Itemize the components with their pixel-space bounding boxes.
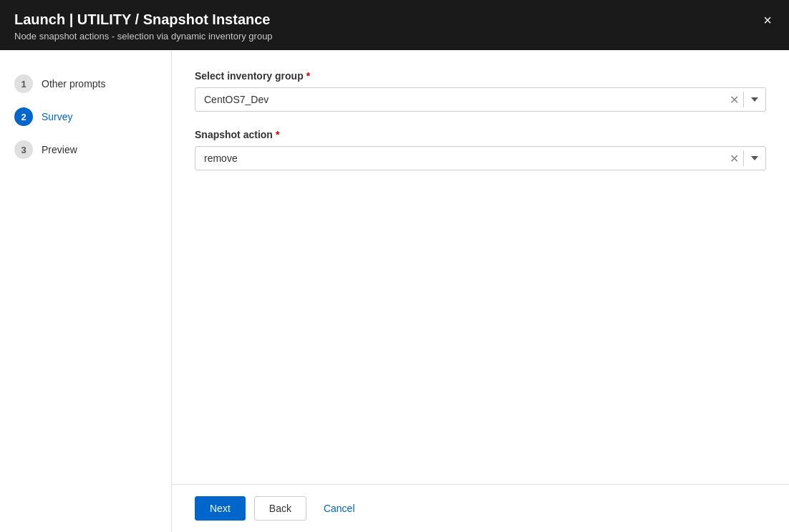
step-label-1: Other prompts (42, 78, 105, 90)
main-content: Select inventory group * CentOS7_Dev ✕ (172, 50, 789, 484)
snapshot-action-clear-button[interactable]: ✕ (725, 147, 743, 170)
step-label-2: Survey (42, 111, 73, 122)
step-number-2: 2 (14, 107, 33, 126)
snapshot-action-field: Snapshot action * remove ✕ (195, 129, 766, 170)
snapshot-action-dropdown-button[interactable] (743, 150, 765, 166)
snapshot-action-label: Snapshot action * (195, 129, 766, 140)
main-area: Select inventory group * CentOS7_Dev ✕ (172, 50, 789, 532)
inventory-group-select[interactable]: CentOS7_Dev ✕ (195, 87, 766, 112)
chevron-down-icon (751, 97, 758, 102)
chevron-down-icon-2 (751, 156, 758, 160)
next-button[interactable]: Next (195, 496, 246, 521)
modal-body: 1 Other prompts 2 Survey 3 Preview Selec… (0, 50, 789, 532)
sidebar-item-other-prompts[interactable]: 1 Other prompts (0, 67, 171, 100)
close-button[interactable]: × (759, 10, 776, 30)
modal-subtitle: Node snapshot actions - selection via dy… (14, 31, 775, 42)
inventory-group-label: Select inventory group * (195, 70, 766, 82)
inventory-group-dropdown-button[interactable] (743, 92, 765, 107)
modal-header: Launch | UTILITY / Snapshot Instance Nod… (0, 0, 789, 50)
sidebar-item-preview[interactable]: 3 Preview (0, 133, 171, 166)
step-label-3: Preview (42, 144, 77, 155)
snapshot-action-select[interactable]: remove ✕ (195, 146, 766, 170)
modal-title: Launch | UTILITY / Snapshot Instance (14, 11, 775, 28)
inventory-group-clear-button[interactable]: ✕ (725, 89, 743, 111)
cancel-button[interactable]: Cancel (315, 497, 364, 520)
footer: Next Back Cancel (172, 484, 789, 532)
step-number-3: 3 (14, 140, 33, 159)
inventory-required-star: * (306, 70, 310, 82)
form-area: Select inventory group * CentOS7_Dev ✕ (195, 70, 766, 484)
back-button[interactable]: Back (254, 496, 306, 521)
inventory-group-value: CentOS7_Dev (195, 88, 725, 111)
snapshot-action-value: remove (195, 147, 725, 170)
step-number-1: 1 (14, 74, 33, 93)
snapshot-required-star: * (276, 129, 279, 140)
inventory-group-field: Select inventory group * CentOS7_Dev ✕ (195, 70, 766, 112)
modal: Launch | UTILITY / Snapshot Instance Nod… (0, 0, 789, 532)
sidebar: 1 Other prompts 2 Survey 3 Preview (0, 50, 172, 532)
sidebar-item-survey[interactable]: 2 Survey (0, 100, 171, 133)
